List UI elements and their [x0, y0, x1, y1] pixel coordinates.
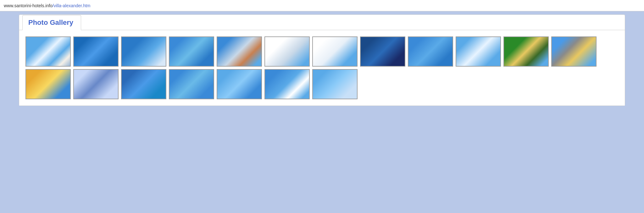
photo-thumbnail-18[interactable]: [264, 69, 310, 99]
photo-thumbnail-12[interactable]: [551, 36, 597, 67]
photo-thumbnail-10[interactable]: [456, 36, 501, 67]
photo-thumbnail-2[interactable]: [73, 36, 119, 67]
address-bar[interactable]: www.santorini-hotels.info/villa-alexande…: [0, 0, 644, 11]
gallery-body: [19, 30, 625, 106]
photo-thumbnail-4[interactable]: [169, 36, 214, 67]
gallery-container: Photo Gallery: [19, 14, 625, 106]
tab-header: Photo Gallery: [19, 15, 625, 30]
photo-thumbnail-8[interactable]: [360, 36, 405, 67]
photo-thumbnail-13[interactable]: [25, 69, 71, 99]
photo-thumbnail-11[interactable]: [503, 36, 549, 67]
page-content: Photo Gallery: [0, 11, 644, 213]
photo-thumbnail-14[interactable]: [73, 69, 119, 99]
photo-thumbnail-9[interactable]: [408, 36, 453, 67]
photo-thumbnail-6[interactable]: [264, 36, 310, 67]
photo-thumbnail-15[interactable]: [121, 69, 166, 99]
photo-thumbnail-3[interactable]: [121, 36, 166, 67]
url-domain: www.santorini-hotels.info: [4, 3, 53, 8]
photo-thumbnail-17[interactable]: [217, 69, 262, 99]
photo-thumbnail-1[interactable]: [25, 36, 71, 67]
photo-thumbnail-16[interactable]: [169, 69, 214, 99]
photo-thumbnail-5[interactable]: [217, 36, 262, 67]
photo-grid: [25, 36, 619, 99]
photo-thumbnail-19[interactable]: [312, 69, 358, 99]
photo-gallery-tab[interactable]: Photo Gallery: [22, 15, 81, 30]
photo-thumbnail-7[interactable]: [312, 36, 358, 67]
tab-label: Photo Gallery: [28, 19, 73, 26]
url-path: /villa-alexander.htm: [53, 3, 91, 8]
